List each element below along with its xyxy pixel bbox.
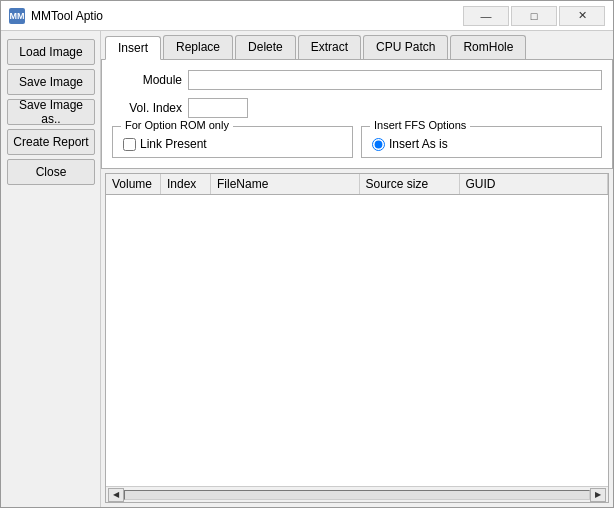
for-option-rom-group: For Option ROM only Link Present <box>112 126 353 158</box>
app-icon: MM <box>9 8 25 24</box>
insert-as-is-item: Insert As is <box>372 137 591 151</box>
col-header-sourcesize: Source size <box>360 174 460 194</box>
table-area: Volume Index FileName Source size GUID ◀… <box>105 173 609 503</box>
tab-cpu-patch[interactable]: CPU Patch <box>363 35 448 59</box>
tab-romhole[interactable]: RomHole <box>450 35 526 59</box>
scroll-left-button[interactable]: ◀ <box>108 488 124 502</box>
content-area: Load Image Save Image Save Image as.. Cr… <box>1 31 613 507</box>
close-button[interactable]: Close <box>7 159 95 185</box>
link-present-label: Link Present <box>140 137 207 151</box>
create-report-button[interactable]: Create Report <box>7 129 95 155</box>
module-row: Module <box>112 70 602 90</box>
save-image-button[interactable]: Save Image <box>7 69 95 95</box>
tab-extract[interactable]: Extract <box>298 35 361 59</box>
table-body[interactable] <box>106 195 608 486</box>
tab-content-insert: Module Vol. Index For Option ROM only Li… <box>101 60 613 169</box>
insert-as-is-label: Insert As is <box>389 137 448 151</box>
main-window: MM MMTool Aptio — □ ✕ Load Image Save Im… <box>0 0 614 508</box>
for-option-rom-title: For Option ROM only <box>121 119 233 131</box>
table-header: Volume Index FileName Source size GUID <box>106 174 608 195</box>
module-input[interactable] <box>188 70 602 90</box>
vol-index-input[interactable] <box>188 98 248 118</box>
tab-bar: Insert Replace Delete Extract CPU Patch … <box>101 31 613 60</box>
title-bar-left: MM MMTool Aptio <box>9 8 103 24</box>
maximize-button[interactable]: □ <box>511 6 557 26</box>
scroll-right-button[interactable]: ▶ <box>590 488 606 502</box>
vol-index-row: Vol. Index <box>112 98 602 118</box>
title-bar: MM MMTool Aptio — □ ✕ <box>1 1 613 31</box>
tab-replace[interactable]: Replace <box>163 35 233 59</box>
insert-ffs-group: Insert FFS Options Insert As is <box>361 126 602 158</box>
scrollbar-track[interactable] <box>124 490 590 500</box>
col-header-index: Index <box>161 174 211 194</box>
col-header-filename: FileName <box>211 174 360 194</box>
col-header-volume: Volume <box>106 174 161 194</box>
tab-insert[interactable]: Insert <box>105 36 161 60</box>
vol-index-label: Vol. Index <box>112 101 182 115</box>
link-present-checkbox[interactable] <box>123 138 136 151</box>
title-bar-controls: — □ ✕ <box>463 6 605 26</box>
options-row: For Option ROM only Link Present Insert … <box>112 126 602 158</box>
main-area: Insert Replace Delete Extract CPU Patch … <box>101 31 613 507</box>
close-window-button[interactable]: ✕ <box>559 6 605 26</box>
link-present-item: Link Present <box>123 137 342 151</box>
col-header-guid: GUID <box>460 174 609 194</box>
insert-ffs-title: Insert FFS Options <box>370 119 470 131</box>
window-title: MMTool Aptio <box>31 9 103 23</box>
minimize-button[interactable]: — <box>463 6 509 26</box>
save-image-as-button[interactable]: Save Image as.. <box>7 99 95 125</box>
scrollbar-area: ◀ ▶ <box>106 486 608 502</box>
module-label: Module <box>112 73 182 87</box>
sidebar: Load Image Save Image Save Image as.. Cr… <box>1 31 101 507</box>
load-image-button[interactable]: Load Image <box>7 39 95 65</box>
tab-delete[interactable]: Delete <box>235 35 296 59</box>
insert-as-is-radio[interactable] <box>372 138 385 151</box>
